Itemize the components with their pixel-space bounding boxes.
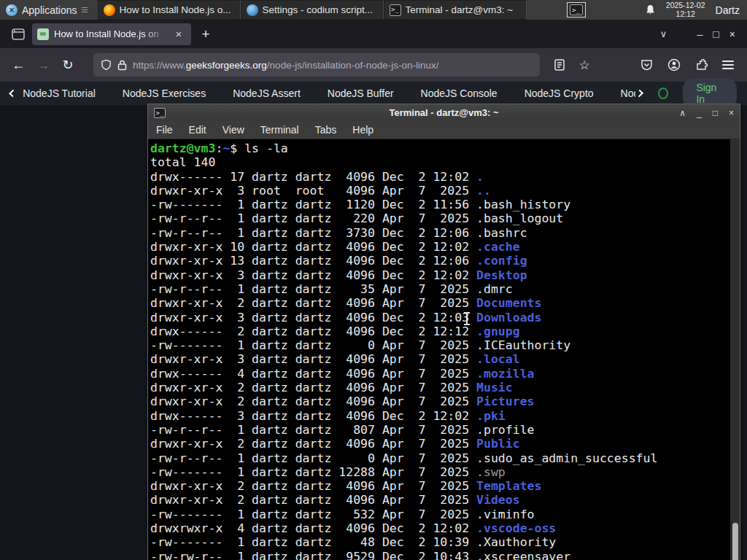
terminal-icon: >_ xyxy=(570,4,583,15)
terminal-line: drwxr-xr-x 13 dartz dartz 4096 Dec 2 12:… xyxy=(150,254,740,268)
terminal-line: total 140 xyxy=(150,155,740,169)
taskbar-window-button[interactable]: Settings - codium script... xyxy=(241,0,384,20)
terminal-menu-view[interactable]: View xyxy=(214,124,252,136)
applications-menu[interactable]: × Applications xyxy=(0,0,93,20)
tab-close-icon[interactable]: × xyxy=(171,27,186,42)
distro-logo-icon: × xyxy=(6,4,18,16)
account-icon[interactable] xyxy=(667,58,681,71)
terminal-line: -rw-r--r-- 1 dartz dartz 35 Apr 7 2025 .… xyxy=(150,282,740,296)
terminal-menubar: FileEditViewTerminalTabsHelp xyxy=(148,121,740,139)
maximize-button[interactable]: □ xyxy=(713,108,718,118)
taskbar-window-title: Settings - codium script... xyxy=(263,4,374,15)
minimize-button[interactable]: _ xyxy=(697,108,702,118)
codium-icon xyxy=(247,4,258,16)
extensions-puzzle-icon[interactable] xyxy=(695,59,708,71)
terminal-menu-edit[interactable]: Edit xyxy=(181,124,214,136)
terminal-line: -rw------- 1 dartz dartz 1120 Dec 2 11:5… xyxy=(150,198,740,211)
terminal-line: -rw------- 1 dartz dartz 48 Dec 2 10:39 … xyxy=(150,535,740,549)
terminal-line: drwxr-xr-x 2 dartz dartz 4096 Apr 7 2025… xyxy=(150,381,740,394)
terminal-line: -rw-r--r-- 1 dartz dartz 807 Apr 7 2025 … xyxy=(150,423,740,437)
scroll-left-icon[interactable] xyxy=(9,90,17,98)
terminal-line: drwxr-xr-x 3 root root 4096 Apr 7 2025 .… xyxy=(150,184,740,198)
bookmark-star-icon[interactable]: ☆ xyxy=(573,54,595,76)
terminal-launcher[interactable]: >_ xyxy=(562,0,591,20)
terminal-menu-tabs[interactable]: Tabs xyxy=(307,124,345,136)
terminal-line: drwxr-xr-x 2 dartz dartz 4096 Apr 7 2025… xyxy=(150,479,740,493)
toolbar-right xyxy=(640,58,740,71)
tab-active[interactable]: ∞ How to Install Node.js on × xyxy=(32,23,191,45)
launcher-focus-frame: >_ xyxy=(567,2,586,18)
terminal-titlebar[interactable]: Terminal - dartz@vm3: ~ >_ ∧ _ □ × xyxy=(148,104,740,121)
terminal-line: -rw------- 1 dartz dartz 0 Apr 7 2025 .I… xyxy=(150,338,740,352)
new-tab-button[interactable]: + xyxy=(198,27,213,42)
menu-hamburger-icon[interactable] xyxy=(722,58,734,71)
terminal-line: drwxr-xr-x 2 dartz dartz 4096 Apr 7 2025… xyxy=(150,296,740,310)
url-bar[interactable]: https://www.geeksforgeeks.org/node-js/in… xyxy=(93,53,540,77)
clock[interactable]: 2025-12-02 12:12 xyxy=(666,1,705,18)
lock-icon[interactable] xyxy=(117,60,127,71)
terminal-output: dartz@vm3:~$ ls -latotal 140drwx------ 1… xyxy=(150,141,740,560)
terminal-body[interactable]: dartz@vm3:~$ ls -latotal 140drwx------ 1… xyxy=(148,139,740,560)
scrollbar-thumb[interactable] xyxy=(732,523,738,560)
taskbar-window-button[interactable]: >_Terminal - dartz@vm3: ~ xyxy=(384,0,527,20)
search-icon[interactable] xyxy=(658,88,668,99)
close-button[interactable]: × xyxy=(729,108,734,118)
terminal-window-controls: ∧ _ □ × xyxy=(679,108,734,118)
url-text: https://www.geeksforgeeks.org/node-js/in… xyxy=(133,60,438,71)
terminal-menu-file[interactable]: File xyxy=(148,124,181,136)
terminal-line: drwxr-xr-x 2 dartz dartz 4096 Apr 7 2025… xyxy=(150,394,740,408)
terminal-scrollbar[interactable] xyxy=(730,139,740,560)
reader-mode-icon[interactable] xyxy=(549,54,570,76)
terminal-line: -rw-r--r-- 1 dartz dartz 3730 Dec 2 12:0… xyxy=(150,226,740,240)
taskbar-window-title: Terminal - dartz@vm3: ~ xyxy=(406,4,514,15)
terminal-line: drwxr-xr-x 2 dartz dartz 4096 Apr 7 2025… xyxy=(150,437,740,451)
back-button[interactable]: ← xyxy=(7,54,29,76)
shade-button[interactable]: ∧ xyxy=(679,108,686,118)
window-controls: – □ × xyxy=(697,28,741,40)
terminal-line: drwx------ 2 dartz dartz 4096 Dec 2 12:1… xyxy=(150,324,740,338)
terminal-line: dartz@vm3:~$ ls -la xyxy=(150,141,740,155)
close-button[interactable]: × xyxy=(729,28,735,40)
terminal-icon: >_ xyxy=(390,4,401,16)
list-all-tabs-icon[interactable]: ∨ xyxy=(655,28,673,39)
taskbar-window-button[interactable]: How to Install Node.js o... xyxy=(98,0,241,20)
clock-time: 12:12 xyxy=(666,10,705,19)
terminal-line: -rw------- 1 dartz dartz 532 Apr 7 2025 … xyxy=(150,508,740,521)
clock-date: 2025-12-02 xyxy=(666,1,705,10)
site-nav-link[interactable]: NodeJS Exercises xyxy=(123,88,206,99)
taskbar-window-title: How to Install Node.js o... xyxy=(120,4,231,15)
firefox-view-icon[interactable] xyxy=(9,25,28,44)
terminal-line: drwxr-xr-x 3 dartz dartz 4096 Apr 7 2025… xyxy=(150,352,740,366)
navigation-toolbar: ← → ↻ https://www.geeksforgeeks.org/node… xyxy=(0,48,747,82)
terminal-window: Terminal - dartz@vm3: ~ >_ ∧ _ □ × FileE… xyxy=(147,104,740,560)
taskbar-window-list: How to Install Node.js o...Settings - co… xyxy=(98,0,527,20)
user-label: Dartz xyxy=(716,4,740,16)
terminal-menu-help[interactable]: Help xyxy=(344,124,382,136)
site-nav-link[interactable]: NodeJS Console xyxy=(421,88,498,99)
tab-title: How to Install Node.js on xyxy=(54,28,166,39)
terminal-line: drwxr-xr-x 10 dartz dartz 4096 Dec 2 12:… xyxy=(150,240,740,254)
tab-bar: ∞ How to Install Node.js on × + ∨ – □ × xyxy=(0,20,747,48)
pocket-icon[interactable] xyxy=(640,59,653,71)
site-nav-links: NodeJS Tutorial NodeJS ExercisesNodeJS A… xyxy=(23,88,635,99)
terminal-line: drwx------ 17 dartz dartz 4096 Dec 2 12:… xyxy=(150,170,740,184)
notification-bell-icon[interactable] xyxy=(645,4,656,16)
terminal-menu-terminal[interactable]: Terminal xyxy=(252,124,307,136)
site-nav-link[interactable]: NodeJS Buffer xyxy=(328,88,394,99)
shield-icon[interactable] xyxy=(101,59,112,71)
site-nav-back[interactable]: NodeJS Tutorial xyxy=(23,88,96,99)
minimize-button[interactable]: – xyxy=(697,28,703,40)
applications-label: Applications xyxy=(22,4,77,16)
scroll-right-icon[interactable] xyxy=(635,90,643,98)
site-nav-link[interactable]: NodeJS Crypto xyxy=(525,88,594,99)
terminal-line: drwxrwxr-x 4 dartz dartz 4096 Dec 2 12:0… xyxy=(150,521,740,535)
forward-button[interactable]: → xyxy=(32,54,54,76)
site-nav-link[interactable]: NodeJS DNS xyxy=(621,88,635,99)
terminal-line: drwxr-xr-x 3 dartz dartz 4096 Dec 2 12:0… xyxy=(150,311,740,324)
tabbar-right: ∨ – □ × xyxy=(655,28,741,40)
terminal-line: drwxr-xr-x 2 dartz dartz 4096 Apr 7 2025… xyxy=(150,493,740,507)
maximize-button[interactable]: □ xyxy=(713,28,719,40)
site-nav: NodeJS Tutorial NodeJS ExercisesNodeJS A… xyxy=(0,82,747,106)
site-nav-link[interactable]: NodeJS Assert xyxy=(233,88,301,99)
reload-button[interactable]: ↻ xyxy=(57,54,79,76)
